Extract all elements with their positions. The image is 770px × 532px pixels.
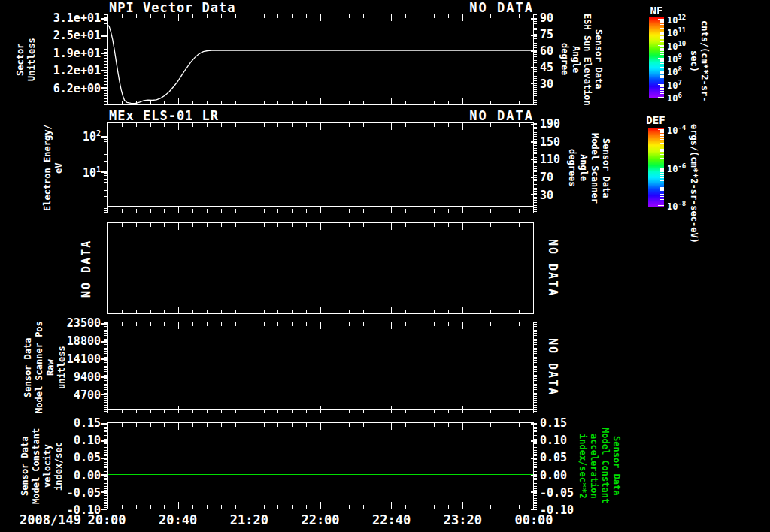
colorbar-minor-tick [660, 32, 664, 33]
colorbar-minor-tick [660, 194, 664, 195]
y-minor-tick-mark [534, 427, 537, 428]
x-tick-mark [150, 322, 151, 326]
x-tick-mark [264, 505, 265, 509]
y-minor-tick-mark [104, 380, 107, 381]
y-minor-tick-mark [534, 404, 537, 404]
x-tick-mark [235, 223, 236, 227]
y-major-tick-mark [531, 194, 537, 195]
y-minor-tick-mark [534, 452, 537, 453]
x-tick-mark [136, 310, 137, 313]
y-major-tick-mark [101, 458, 107, 459]
colorbar-minor-tick [660, 65, 664, 65]
y-minor-tick-mark [534, 89, 537, 90]
y-minor-tick-mark [104, 439, 107, 440]
x-tick-mark [235, 423, 236, 427]
colorbar-nf-unit: cnts/(cm**2-sr-sec) [689, 12, 710, 110]
x-tick-mark [306, 310, 307, 313]
colorbar-tick-label: 108 [667, 65, 682, 77]
colorbar-minor-tick [660, 80, 664, 80]
y-minor-tick-mark [104, 400, 107, 401]
x-tick-mark [335, 505, 335, 509]
x-tick-mark [250, 322, 250, 329]
y-major-tick-mark [101, 394, 107, 395]
colorbar-minor-tick [660, 33, 664, 34]
y-minor-tick-mark [104, 449, 107, 449]
y-minor-tick-mark [104, 473, 107, 473]
colorbar-minor-tick [660, 137, 664, 138]
x-tick-mark [136, 423, 137, 427]
panel3-no-data-right: NO DATA [546, 222, 559, 314]
x-tick-mark [178, 307, 179, 313]
y-minor-tick-mark [104, 396, 107, 397]
x-tick-mark [122, 223, 123, 227]
y-minor-tick-mark [104, 459, 107, 460]
y-minor-tick-mark [104, 387, 107, 388]
y-minor-tick-mark [534, 407, 537, 408]
y-tick-label: 0.10 [14, 434, 101, 447]
y-minor-tick-mark [534, 430, 537, 431]
x-tick-mark [292, 209, 293, 213]
x-tick-mark [235, 209, 236, 213]
y-minor-tick-mark [534, 138, 537, 138]
y-major-tick-mark [531, 141, 537, 143]
colorbar-tick-label: 1010 [667, 40, 686, 52]
y-minor-tick-mark [534, 76, 537, 77]
y-minor-tick-mark [534, 435, 537, 436]
y-minor-tick-mark [534, 204, 537, 204]
y-minor-tick-mark [534, 14, 537, 15]
y-minor-tick-mark [534, 213, 537, 213]
y-major-tick-mark [101, 323, 107, 325]
y-minor-tick-mark [104, 495, 107, 496]
x-tick-mark [434, 322, 435, 326]
y-minor-tick-mark [534, 389, 537, 390]
y-minor-tick-mark [104, 346, 107, 346]
y-minor-tick-mark [104, 452, 107, 453]
colorbar-minor-tick [660, 76, 664, 77]
y-minor-tick-mark [104, 411, 107, 412]
y-tick-label: 60 [540, 44, 585, 58]
y-minor-tick-mark [534, 373, 537, 373]
x-tick-mark [207, 223, 208, 227]
y-minor-tick-mark [104, 337, 107, 337]
x-tick-mark [221, 209, 222, 213]
y-minor-tick-mark [104, 369, 107, 370]
y-minor-tick-mark [534, 357, 537, 358]
y-minor-tick-mark [534, 202, 537, 203]
y-minor-tick-mark [534, 36, 537, 37]
colorbar-minor-tick [660, 24, 664, 25]
y-minor-tick-mark [534, 74, 537, 74]
y-minor-tick-mark [534, 393, 537, 394]
y-minor-tick-mark [534, 490, 537, 491]
x-tick-time-label: 22:40 [358, 512, 426, 527]
x-tick-mark [136, 322, 137, 326]
y-minor-tick-mark [104, 207, 107, 207]
y-minor-tick-mark [104, 507, 107, 508]
y-minor-tick-mark [534, 447, 537, 448]
y-minor-tick-mark [104, 479, 107, 480]
colorbar-minor-tick [660, 189, 664, 190]
y-minor-tick-mark [534, 78, 537, 79]
y-minor-tick-mark [104, 364, 107, 364]
colorbar-minor-tick [660, 85, 664, 86]
x-tick-mark [264, 310, 265, 313]
y-tick-label: 14100 [14, 352, 101, 366]
x-tick-mark [277, 310, 278, 313]
y-major-tick-mark [101, 440, 107, 442]
x-tick-mark [462, 206, 463, 213]
x-tick-mark [122, 423, 123, 427]
y-minor-tick-mark [534, 335, 537, 336]
y-minor-tick-mark [534, 87, 537, 88]
colorbar-minor-tick [660, 46, 664, 47]
x-tick-mark [192, 423, 193, 427]
x-tick-mark [178, 322, 179, 329]
colorbar-tick-label: 107 [667, 79, 682, 91]
y-tick-label: 2.5e+01 [14, 29, 101, 42]
x-tick-mark [164, 423, 165, 427]
y-minor-tick-mark [104, 450, 107, 451]
y-minor-tick-mark [104, 425, 107, 425]
y-minor-tick-mark [104, 464, 107, 465]
y-tick-label: 110 [540, 153, 585, 166]
y-minor-tick-mark [534, 69, 537, 70]
y-minor-tick-mark [534, 45, 537, 46]
colorbar-minor-tick [660, 190, 664, 191]
